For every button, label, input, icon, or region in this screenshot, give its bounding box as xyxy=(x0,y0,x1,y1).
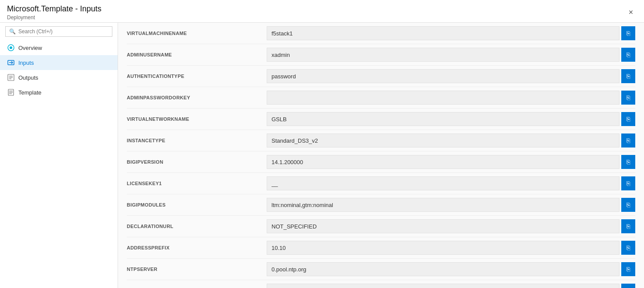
input-row: VIRTUALMACHINENAME⎘ xyxy=(127,23,635,44)
input-label-bigipmodules: BIGIPMODULES xyxy=(127,202,267,207)
input-field-ntpserver[interactable] xyxy=(267,262,620,276)
search-box[interactable]: 🔍 xyxy=(5,26,112,37)
nav-menu: Overview Inputs xyxy=(0,40,118,100)
copy-icon: ⎘ xyxy=(627,73,630,80)
input-label-instancetype: INSTANCETYPE xyxy=(127,138,267,143)
sidebar-item-inputs[interactable]: Inputs xyxy=(0,55,118,70)
input-value-wrap-bigipmodules: ⎘ xyxy=(267,198,635,212)
copy-button-declarationurl[interactable]: ⎘ xyxy=(621,219,635,233)
input-label-adminusername: ADMINUSERNAME xyxy=(127,52,267,57)
input-label-adminpasswordorkey: ADMINPASSWORDORKEY xyxy=(127,95,267,100)
input-row: BIGIPMODULES⎘ xyxy=(127,194,635,216)
copy-button-ntpserver[interactable]: ⎘ xyxy=(621,262,635,276)
input-value-wrap-adminpasswordorkey: ⎘ xyxy=(267,91,635,105)
sidebar: 🔍 Overview xyxy=(0,23,118,288)
input-row: NTPSERVER⎘ xyxy=(127,259,635,280)
input-field-bigipmodules[interactable] xyxy=(267,198,620,212)
input-value-wrap-declarationurl: ⎘ xyxy=(267,219,635,233)
copy-button-virtualnetworkname[interactable]: ⎘ xyxy=(621,112,635,126)
copy-button-licensekey1[interactable]: ⎘ xyxy=(621,176,635,190)
page-subtitle: Deployment xyxy=(7,14,101,21)
input-field-adminpasswordorkey[interactable] xyxy=(267,91,620,105)
input-field-virtualmachinename[interactable] xyxy=(267,26,620,40)
template-icon xyxy=(7,88,15,96)
input-label-bigipversion: BIGIPVERSION xyxy=(127,159,267,165)
input-field-licensekey1[interactable] xyxy=(267,176,620,190)
input-value-wrap-virtualmachinename: ⎘ xyxy=(267,26,635,40)
copy-icon: ⎘ xyxy=(627,180,630,187)
sidebar-item-template[interactable]: Template xyxy=(0,85,118,100)
inputs-icon xyxy=(7,59,15,67)
input-label-addressprefix: ADDRESSPREFIX xyxy=(127,245,267,250)
input-row: ADMINPASSWORDORKEY⎘ xyxy=(127,87,635,109)
sidebar-item-outputs[interactable]: Outputs xyxy=(0,70,118,85)
input-field-timezone[interactable] xyxy=(267,284,620,288)
copy-button-authenticationtype[interactable]: ⎘ xyxy=(621,69,635,83)
copy-icon: ⎘ xyxy=(627,30,630,37)
input-row: VIRTUALNETWORKNAME⎘ xyxy=(127,109,635,130)
sidebar-item-overview-label: Overview xyxy=(18,45,42,51)
input-value-wrap-timezone: ⎘ xyxy=(267,284,635,288)
copy-icon: ⎘ xyxy=(627,51,630,58)
input-label-declarationurl: DECLARATIONURL xyxy=(127,224,267,229)
input-value-wrap-bigipversion: ⎘ xyxy=(267,155,635,169)
input-value-wrap-instancetype: ⎘ xyxy=(267,133,635,148)
input-row: ADMINUSERNAME⎘ xyxy=(127,44,635,66)
copy-button-bigipmodules[interactable]: ⎘ xyxy=(621,198,635,212)
title-bar: Microsoft.Template - Inputs Deployment × xyxy=(0,0,644,23)
sidebar-item-overview[interactable]: Overview xyxy=(0,40,118,55)
input-label-virtualnetworkname: VIRTUALNETWORKNAME xyxy=(127,116,267,122)
copy-icon: ⎘ xyxy=(627,116,630,123)
input-label-ntpserver: NTPSERVER xyxy=(127,267,267,272)
input-field-adminusername[interactable] xyxy=(267,48,620,62)
copy-icon: ⎘ xyxy=(627,201,630,208)
sidebar-item-template-label: Template xyxy=(18,89,42,96)
input-row: ADDRESSPREFIX⎘ xyxy=(127,237,635,259)
copy-icon: ⎘ xyxy=(627,94,630,101)
input-row: TIMEZONE⎘ xyxy=(127,280,635,288)
input-label-authenticationtype: AUTHENTICATIONTYPE xyxy=(127,74,267,79)
copy-button-virtualmachinename[interactable]: ⎘ xyxy=(621,26,635,40)
outputs-icon xyxy=(7,74,15,81)
sidebar-item-inputs-label: Inputs xyxy=(18,60,34,66)
search-icon: 🔍 xyxy=(9,28,16,35)
copy-icon: ⎘ xyxy=(627,158,630,165)
input-value-wrap-addressprefix: ⎘ xyxy=(267,241,635,255)
copy-button-instancetype[interactable]: ⎘ xyxy=(621,133,635,148)
input-field-addressprefix[interactable] xyxy=(267,241,620,255)
close-icon: × xyxy=(629,8,634,17)
title-bar-left: Microsoft.Template - Inputs Deployment xyxy=(7,4,101,21)
input-value-wrap-adminusername: ⎘ xyxy=(267,48,635,62)
overview-icon xyxy=(7,44,15,52)
input-field-instancetype[interactable] xyxy=(267,133,620,148)
input-row: LICENSEKEY1⎘ xyxy=(127,173,635,194)
page-title: Microsoft.Template - Inputs xyxy=(7,4,101,14)
copy-button-bigipversion[interactable]: ⎘ xyxy=(621,155,635,169)
sidebar-item-outputs-label: Outputs xyxy=(18,74,38,81)
copy-icon: ⎘ xyxy=(627,223,630,230)
input-field-bigipversion[interactable] xyxy=(267,155,620,169)
input-value-wrap-virtualnetworkname: ⎘ xyxy=(267,112,635,126)
svg-point-1 xyxy=(10,46,12,49)
content-area: VIRTUALMACHINENAME⎘ADMINUSERNAME⎘AUTHENT… xyxy=(118,23,644,288)
input-value-wrap-licensekey1: ⎘ xyxy=(267,176,635,190)
copy-button-timezone[interactable]: ⎘ xyxy=(621,284,635,288)
copy-button-addressprefix[interactable]: ⎘ xyxy=(621,241,635,255)
copy-button-adminpasswordorkey[interactable]: ⎘ xyxy=(621,91,635,105)
input-row: BIGIPVERSION⎘ xyxy=(127,151,635,173)
input-row: DECLARATIONURL⎘ xyxy=(127,216,635,237)
input-label-licensekey1: LICENSEKEY1 xyxy=(127,181,267,186)
search-input[interactable] xyxy=(18,28,108,35)
input-field-authenticationtype[interactable] xyxy=(267,69,620,83)
input-row: INSTANCETYPE⎘ xyxy=(127,130,635,151)
input-label-virtualmachinename: VIRTUALMACHINENAME xyxy=(127,31,267,36)
copy-button-adminusername[interactable]: ⎘ xyxy=(621,48,635,62)
input-field-declarationurl[interactable] xyxy=(267,219,620,233)
close-button[interactable]: × xyxy=(625,7,637,19)
copy-icon: ⎘ xyxy=(627,137,630,144)
input-value-wrap-authenticationtype: ⎘ xyxy=(267,69,635,83)
input-value-wrap-ntpserver: ⎘ xyxy=(267,262,635,276)
input-field-virtualnetworkname[interactable] xyxy=(267,112,620,126)
copy-icon: ⎘ xyxy=(627,244,630,251)
input-row: AUTHENTICATIONTYPE⎘ xyxy=(127,66,635,87)
